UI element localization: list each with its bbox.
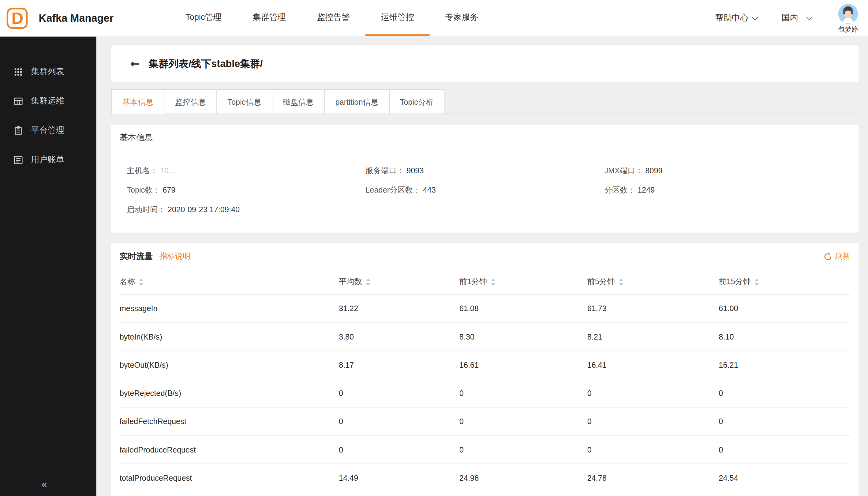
metric-value: 14.49 [339, 464, 459, 492]
table-row: totalProduceRequest 14.49 24.96 24.78 24… [120, 464, 850, 492]
metric-value: 8.17 [339, 351, 459, 379]
home-link[interactable]: D Kafka Manager [0, 0, 113, 36]
sidebar-item-label: 用户账单 [31, 155, 64, 165]
metric-value: 16.41 [587, 351, 719, 379]
nav-item-cluster[interactable]: 集群管理 [237, 0, 301, 36]
sort-header-name[interactable]: 名称 [120, 277, 144, 287]
bill-list-icon [12, 154, 25, 166]
sidebar-item-cluster-list[interactable]: 集群列表 [0, 57, 96, 86]
info-field-partitions: 分区数： 1249 [604, 184, 843, 195]
sort-caret-icon[interactable] [755, 278, 759, 286]
realtime-table: 名称 平均数 前1分钟 前5分钟 前15分钟 messageIn 31.22 6… [120, 270, 850, 496]
table-row: byteRejected(B/s) 0 0 0 0 [120, 379, 850, 407]
app-title: Kafka Manager [39, 12, 113, 24]
metric-name: totalFetchRequest [120, 492, 339, 496]
header-right: 帮助中心 国内 包梦婷 [691, 0, 868, 36]
host-value: 10.... [160, 165, 177, 176]
metric-value: 21399.05 [459, 492, 587, 496]
metric-value: 24.78 [587, 464, 719, 492]
metric-value: 0 [719, 407, 850, 435]
sidebar-item-cluster-ops[interactable]: 集群运维 [0, 86, 96, 116]
metric-value: 0 [339, 407, 459, 435]
sort-caret-icon[interactable] [491, 278, 495, 286]
sort-header-15min[interactable]: 前15分钟 [719, 277, 759, 287]
info-field-leader-partitions: Leader分区数： 443 [365, 184, 604, 195]
info-field-start-time: 启动时间： 2020-09-23 17:09:40 [127, 204, 365, 215]
metric-value: 8.21 [587, 323, 719, 351]
info-field-service-port: 服务端口： 9093 [365, 165, 604, 176]
sort-caret-icon[interactable] [366, 278, 370, 286]
metric-value: 3.80 [339, 323, 459, 351]
metric-value: 24.54 [719, 464, 850, 492]
nav-item-ops[interactable]: 运维管控 [365, 0, 430, 36]
back-arrow-icon[interactable]: ← [130, 58, 140, 69]
sidebar: 集群列表 集群运维 [0, 36, 96, 496]
tab-disk-info[interactable]: 磁盘信息 [271, 89, 325, 114]
main-nav: Topic管理 集群管理 监控告警 运维管控 专家服务 [170, 0, 494, 36]
sidebar-collapse-toggle[interactable]: « [0, 473, 89, 496]
tab-partition-info[interactable]: partition信息 [324, 89, 389, 114]
metric-value: 0 [459, 407, 587, 435]
metric-value: 0 [719, 379, 850, 407]
nav-item-topic[interactable]: Topic管理 [170, 0, 237, 36]
realtime-traffic-card: 实时流量 指标说明 刷新 名称 平均数 [111, 243, 859, 496]
tab-topic-info[interactable]: Topic信息 [216, 89, 272, 114]
nav-item-monitor[interactable]: 监控告警 [301, 0, 365, 36]
basic-info-card: 基本信息 主机名： 10.... 服务端口： 9093 JMX端口： 8099 … [111, 125, 859, 233]
sidebar-item-label: 集群列表 [31, 66, 64, 77]
main-content: ← 集群列表/线下stable集群/ 基本信息 监控信息 Topic信息 磁盘信… [96, 36, 868, 496]
sort-header-avg[interactable]: 平均数 [339, 277, 370, 287]
metric-doc-link[interactable]: 指标说明 [159, 251, 190, 262]
app-logo-icon: D [7, 7, 28, 29]
metric-value: 61.00 [719, 294, 850, 322]
metric-value: 0 [459, 379, 587, 407]
sidebar-item-label: 集群运维 [31, 96, 64, 106]
metric-value: 16.61 [459, 351, 587, 379]
basic-info-fields: 主机名： 10.... 服务端口： 9093 JMX端口： 8099 Topic… [111, 151, 859, 228]
clipboard-icon [12, 124, 25, 137]
help-center-menu[interactable]: 帮助中心 [715, 13, 757, 23]
chevron-down-icon [806, 14, 812, 20]
tab-monitor-info[interactable]: 监控信息 [164, 89, 217, 114]
top-header: D Kafka Manager Topic管理 集群管理 监控告警 运维管控 专… [0, 0, 868, 36]
metric-value: 8.10 [719, 323, 850, 351]
basic-info-card-title: 基本信息 [111, 125, 859, 151]
metric-name: byteIn(KB/s) [120, 323, 339, 351]
realtime-card-header: 实时流量 指标说明 刷新 [120, 243, 850, 270]
nav-item-expert[interactable]: 专家服务 [430, 0, 494, 36]
sort-caret-icon[interactable] [618, 278, 623, 286]
metric-name: byteRejected(B/s) [120, 379, 339, 407]
region-select[interactable]: 国内 [782, 13, 812, 23]
tab-basic-info[interactable]: 基本信息 [111, 89, 165, 114]
sort-caret-icon[interactable] [139, 278, 143, 286]
app-stage: D Kafka Manager Topic管理 集群管理 监控告警 运维管控 专… [0, 0, 868, 496]
refresh-button[interactable]: 刷新 [824, 251, 850, 262]
avatar [838, 4, 858, 24]
metric-value: 8.30 [459, 323, 587, 351]
sidebar-item-user-bill[interactable]: 用户账单 [0, 145, 96, 174]
cluster-grid-icon [12, 65, 25, 78]
metric-name: byteOut(KB/s) [120, 351, 339, 379]
metric-value: 0 [459, 436, 587, 464]
table-row: messageIn 31.22 61.08 61.73 61.00 [120, 294, 850, 322]
metric-name: totalProduceRequest [120, 464, 339, 492]
sidebar-item-platform-mgmt[interactable]: 平台管理 [0, 116, 96, 145]
metric-value: 0 [587, 436, 719, 464]
metric-value: 0 [339, 379, 459, 407]
user-menu[interactable]: 包梦婷 [838, 1, 858, 34]
realtime-title: 实时流量 [120, 251, 153, 262]
breadcrumb: ← 集群列表/线下stable集群/ [111, 45, 859, 82]
metric-value: 21228.01 [719, 492, 850, 496]
refresh-icon [824, 252, 832, 261]
table-row: byteIn(KB/s) 3.80 8.30 8.21 8.10 [120, 323, 850, 351]
sort-header-1min[interactable]: 前1分钟 [459, 277, 495, 287]
detail-tabs: 基本信息 监控信息 Topic信息 磁盘信息 partition信息 Topic… [111, 89, 859, 114]
metric-value: 31.22 [339, 294, 459, 322]
region-label: 国内 [782, 13, 798, 23]
metric-value: 61.73 [587, 294, 719, 322]
metric-name: failedFetchRequest [120, 407, 339, 435]
table-row: byteOut(KB/s) 8.17 16.61 16.41 16.21 [120, 351, 850, 379]
refresh-label: 刷新 [835, 251, 850, 262]
tab-topic-analysis[interactable]: Topic分析 [389, 89, 445, 114]
sort-header-5min[interactable]: 前5分钟 [587, 277, 623, 287]
